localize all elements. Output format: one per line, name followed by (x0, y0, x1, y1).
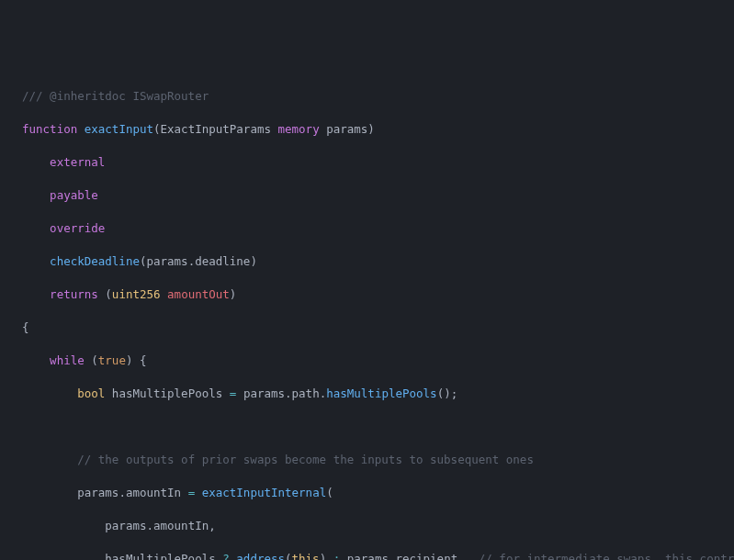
var: params (77, 486, 119, 499)
var: hasMultiplePools (105, 552, 215, 560)
prop: path (292, 386, 320, 400)
code-line: external (0, 154, 734, 171)
kw-function: function (22, 122, 77, 136)
code-line: function exactInput(ExactInputParams mem… (0, 121, 734, 138)
code-line: override (0, 220, 734, 237)
prop: deadline (195, 254, 250, 268)
op-eq: = (188, 486, 196, 499)
kw-memory: memory (278, 122, 320, 136)
kw-external: external (50, 155, 105, 169)
func-call: exactInputInternal (202, 486, 326, 499)
var: params (105, 519, 146, 532)
code-line: // the outputs of prior swaps become the… (0, 452, 734, 468)
code-line: checkDeadline(params.deadline) (0, 253, 734, 270)
kw-payable: payable (50, 188, 98, 202)
prop: recipient (395, 552, 457, 560)
op-ternary-c: : (333, 552, 341, 560)
method-call: hasMultiplePools (326, 386, 436, 400)
comment: // for intermediate swaps, this contract… (479, 552, 734, 560)
code-line: { (0, 319, 734, 336)
code-line: returns (uint256 amountOut) (0, 286, 734, 303)
kw-this: this (292, 552, 320, 560)
prop: amountIn (126, 486, 181, 499)
var: params (347, 552, 389, 560)
code-line: params.amountIn, (0, 518, 734, 534)
op-eq: = (230, 386, 237, 400)
var: params (243, 386, 285, 400)
lit-true: true (98, 353, 126, 367)
modifier-call: checkDeadline (50, 254, 140, 268)
code-line: bool hasMultiplePools = params.path.hasM… (0, 386, 734, 402)
code-line (0, 419, 734, 435)
code-line: payable (0, 187, 734, 204)
code-block: /// @inheritdoc ISwapRouter function exa… (0, 72, 734, 560)
arg: params (146, 254, 187, 268)
param-type: ExactInputParams (161, 122, 271, 136)
code-line: /// @inheritdoc ISwapRouter (0, 88, 734, 105)
code-line: while (true) { (0, 353, 734, 369)
type-uint256: uint256 (112, 287, 161, 301)
param-name: params (326, 122, 367, 136)
cast-address: address (236, 552, 285, 560)
kw-while: while (50, 353, 85, 367)
var-amountOut: amountOut (167, 287, 230, 301)
kw-returns: returns (50, 287, 98, 301)
comment: // the outputs of prior swaps become the… (77, 453, 534, 466)
var: hasMultiplePools (112, 386, 222, 400)
code-line: params.amountIn = exactInputInternal( (0, 485, 734, 501)
code-line: hasMultiplePools ? address(this) : param… (0, 551, 734, 560)
op-ternary-q: ? (222, 552, 230, 560)
func-name: exactInput (85, 122, 153, 136)
prop: amountIn (153, 519, 209, 532)
comment: /// @inheritdoc ISwapRouter (22, 89, 209, 103)
kw-override: override (50, 221, 105, 235)
type-bool: bool (77, 386, 105, 400)
